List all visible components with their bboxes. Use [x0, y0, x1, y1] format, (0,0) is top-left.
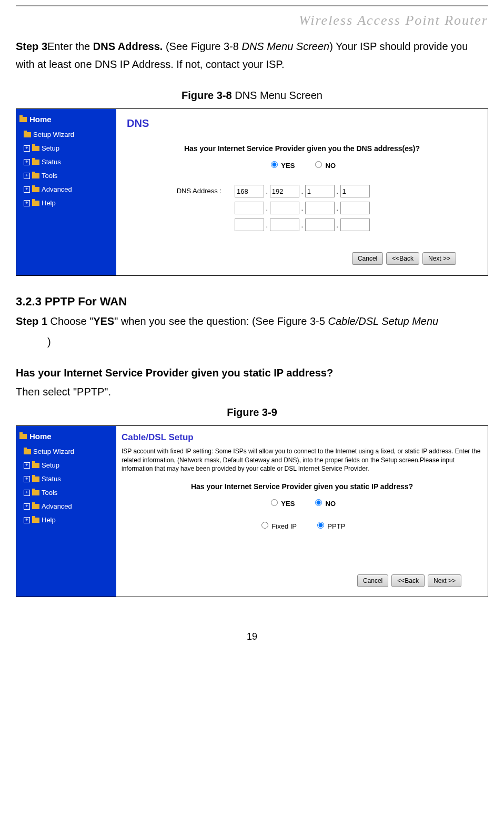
dns-octet[interactable]	[340, 185, 370, 197]
dns-octet[interactable]	[235, 185, 264, 197]
dns-octet[interactable]	[340, 202, 370, 214]
folder-icon	[24, 449, 31, 454]
folder-icon	[32, 477, 39, 482]
figure-3-9: Home Setup Wizard +Setup +Status +Tools …	[16, 425, 488, 597]
sidebar: Home Setup Wizard +Setup +Status +Tools …	[16, 426, 116, 596]
sidebar-item-help[interactable]: +Help	[16, 513, 116, 527]
dns-octet[interactable]	[270, 219, 299, 231]
radio-fixed-ip[interactable]: Fixed IP	[259, 522, 297, 530]
dns-input-row-2: . . .	[235, 202, 370, 214]
cable-dsl-title: Cable/DSL Setup	[122, 430, 482, 445]
sidebar-home[interactable]: Home	[16, 428, 116, 445]
sidebar-item-status[interactable]: +Status	[16, 155, 116, 169]
static-ip-question: Has your Internet Service Provider given…	[16, 364, 488, 382]
radio-no[interactable]: NO	[313, 162, 336, 170]
cable-dsl-panel: Cable/DSL Setup ISP account with fixed I…	[116, 426, 488, 596]
radio-yes[interactable]: YES	[268, 500, 295, 508]
back-button[interactable]: <<Back	[391, 574, 425, 587]
cancel-button[interactable]: Cancel	[357, 574, 388, 587]
expand-icon: +	[24, 476, 30, 482]
expand-icon: +	[24, 200, 30, 206]
expand-icon: +	[24, 159, 30, 165]
expand-icon: +	[24, 517, 30, 523]
next-button[interactable]: Next >>	[428, 574, 461, 587]
dns-question: Has your Internet Service Provider given…	[127, 143, 477, 155]
back-button[interactable]: <<Back	[386, 252, 419, 265]
folder-icon	[32, 518, 39, 523]
dns-octet[interactable]	[235, 219, 264, 231]
folder-icon	[32, 504, 39, 509]
sidebar-item-setup[interactable]: +Setup	[16, 459, 116, 472]
sidebar: Home Setup Wizard +Setup +Status +Tools …	[16, 109, 116, 275]
dns-panel: DNS Has your Internet Service Provider g…	[116, 109, 488, 275]
figure-3-8: Home Setup Wizard +Setup +Status +Tools …	[16, 108, 488, 276]
expand-icon: +	[24, 173, 30, 179]
expand-icon: +	[24, 490, 30, 496]
dns-octet[interactable]	[235, 202, 264, 214]
radio-yes[interactable]: YES	[268, 162, 295, 170]
folder-icon	[32, 463, 39, 468]
folder-icon	[32, 146, 39, 151]
sidebar-item-advanced[interactable]: +Advanced	[16, 500, 116, 513]
section-3-2-3-heading: 3.2.3 PPTP For WAN	[16, 292, 488, 311]
folder-icon	[32, 490, 39, 495]
next-button[interactable]: Next >>	[422, 252, 456, 265]
sidebar-item-setup-wizard[interactable]: Setup Wizard	[16, 128, 116, 142]
cancel-button[interactable]: Cancel	[352, 252, 383, 265]
folder-icon	[19, 117, 27, 122]
sidebar-home[interactable]: Home	[16, 111, 116, 128]
dns-octet[interactable]	[305, 185, 335, 197]
dns-octet[interactable]	[270, 185, 299, 197]
radio-no[interactable]: NO	[313, 500, 336, 508]
dns-octet[interactable]	[270, 202, 299, 214]
folder-icon	[32, 160, 39, 165]
dns-octet[interactable]	[305, 219, 335, 231]
page-number: 19	[16, 629, 488, 645]
sidebar-item-status[interactable]: +Status	[16, 472, 116, 486]
cable-dsl-description: ISP account with fixed IP setting: Some …	[122, 447, 482, 473]
dns-input-row-1: . . .	[235, 185, 370, 197]
figure-3-9-caption: Figure 3-9	[16, 403, 488, 421]
sidebar-item-setup[interactable]: +Setup	[16, 142, 116, 155]
then-select-pptp: Then select "PPTP".	[16, 383, 488, 401]
folder-icon	[32, 173, 39, 178]
step1-paragraph-cont: )	[16, 333, 488, 351]
dns-input-row-3: . . .	[235, 219, 370, 231]
dns-octet[interactable]	[340, 219, 370, 231]
dns-address-label: DNS Address :	[127, 185, 235, 197]
expand-icon: +	[24, 145, 30, 152]
folder-icon	[19, 434, 27, 439]
sidebar-item-help[interactable]: +Help	[16, 196, 116, 210]
static-ip-question-panel: Has your Internet Service Provider given…	[122, 481, 482, 493]
expand-icon: +	[24, 462, 30, 469]
folder-icon	[32, 201, 39, 206]
expand-icon: +	[24, 186, 30, 193]
sidebar-item-setup-wizard[interactable]: Setup Wizard	[16, 445, 116, 459]
step1-paragraph: Step 1 Choose "YES" when you see the que…	[16, 312, 488, 330]
dns-octet[interactable]	[305, 202, 335, 214]
expand-icon: +	[24, 503, 30, 510]
sidebar-item-tools[interactable]: +Tools	[16, 486, 116, 500]
sidebar-item-advanced[interactable]: +Advanced	[16, 183, 116, 196]
folder-icon	[32, 187, 39, 192]
radio-pptp[interactable]: PPTP	[315, 522, 346, 530]
folder-icon	[24, 132, 31, 137]
figure-3-8-caption: Figure 3-8 DNS Menu Screen	[16, 86, 488, 104]
dns-title: DNS	[127, 114, 477, 132]
doc-header: Wireless Access Point Router	[16, 9, 488, 32]
step3-paragraph: Step 3Enter the DNS Address. (See Figure…	[16, 37, 488, 73]
sidebar-item-tools[interactable]: +Tools	[16, 169, 116, 183]
